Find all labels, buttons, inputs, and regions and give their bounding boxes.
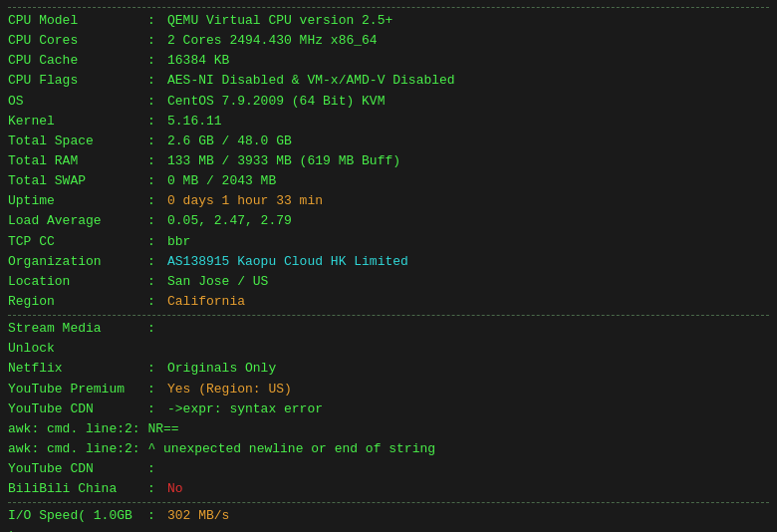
youtube-cdn-row: YouTube CDN : ->expr: syntax error [8, 399, 769, 419]
cpu-cores-row: CPU Cores : 2 Cores 2494.430 MHz x86_64 [8, 31, 769, 51]
youtube-cdn2-label: YouTube CDN [8, 459, 147, 479]
os-label: OS [8, 92, 147, 112]
io1-value: 302 MB/s [167, 506, 769, 532]
org-value: AS138915 Kaopu Cloud HK Limited [167, 252, 769, 272]
cpu-cache-value: 16384 KB [167, 51, 769, 71]
bilibili-row: BiliBili China : No [8, 479, 769, 499]
awk-line1: awk: cmd. line:2: NR== [8, 419, 769, 439]
total-ram-value: 133 MB / 3933 MB (619 MB Buff) [167, 151, 769, 171]
bilibili-label: BiliBili China [8, 479, 147, 499]
youtube-cdn-value: ->expr: syntax error [167, 399, 769, 419]
org-label: Organization [8, 252, 147, 272]
org-row: Organization : AS138915 Kaopu Cloud HK L… [8, 252, 769, 272]
load-avg-row: Load Average : 0.05, 2.47, 2.79 [8, 211, 769, 231]
bilibili-value: No [167, 479, 769, 499]
total-space-label: Total Space [8, 132, 147, 151]
netflix-label: Netflix [8, 359, 147, 379]
cpu-cache-row: CPU Cache : 16384 KB [8, 51, 769, 71]
io-divider-top [8, 502, 769, 503]
os-row: OS : CentOS 7.9.2009 (64 Bit) KVM [8, 92, 769, 112]
terminal-container: CPU Model : QEMU Virtual CPU version 2.5… [8, 7, 769, 532]
load-avg-value: 0.05, 2.47, 2.79 [167, 211, 769, 231]
cpu-flags-value: AES-NI Disabled & VM-x/AMD-V Disabled [167, 71, 769, 91]
kernel-row: Kernel : 5.16.11 [8, 112, 769, 132]
kernel-label: Kernel [8, 112, 147, 132]
cpu-model-label: CPU Model [8, 11, 147, 31]
stream-media-label: Stream Media Unlock [8, 319, 147, 359]
netflix-value: Originals Only [167, 359, 769, 379]
youtube-premium-row: YouTube Premium : Yes (Region: US) [8, 380, 769, 399]
tcp-cc-value: bbr [167, 232, 769, 252]
cpu-model-value: QEMU Virtual CPU version 2.5+ [167, 11, 769, 31]
stream-media-row: Stream Media Unlock : [8, 319, 769, 359]
youtube-premium-value: Yes (Region: US) [167, 380, 769, 399]
total-space-row: Total Space : 2.6 GB / 48.0 GB [8, 132, 769, 151]
cpu-model-row: CPU Model : QEMU Virtual CPU version 2.5… [8, 11, 769, 31]
location-row: Location : San Jose / US [8, 272, 769, 292]
total-swap-label: Total SWAP [8, 171, 147, 191]
media-divider-top [8, 315, 769, 316]
cpu-cores-value: 2 Cores 2494.430 MHz x86_64 [167, 31, 769, 51]
youtube-premium-label: YouTube Premium [8, 380, 147, 399]
load-avg-label: Load Average [8, 211, 147, 231]
youtube-cdn-label: YouTube CDN [8, 399, 147, 419]
youtube-cdn2-row: YouTube CDN : [8, 459, 769, 479]
total-ram-label: Total RAM [8, 151, 147, 171]
region-label: Region [8, 292, 147, 312]
kernel-value: 5.16.11 [167, 112, 769, 132]
netflix-row: Netflix : Originals Only [8, 359, 769, 379]
cpu-flags-row: CPU Flags : AES-NI Disabled & VM-x/AMD-V… [8, 71, 769, 91]
location-value: San Jose / US [167, 272, 769, 292]
cpu-cores-label: CPU Cores [8, 31, 147, 51]
tcp-cc-row: TCP CC : bbr [8, 232, 769, 252]
io1-label: I/O Speed( 1.0GB ) [8, 506, 147, 532]
uptime-label: Uptime [8, 191, 147, 211]
cpu-cache-label: CPU Cache [8, 51, 147, 71]
top-divider [8, 7, 769, 8]
os-value: CentOS 7.9.2009 (64 Bit) KVM [167, 92, 769, 112]
location-label: Location [8, 272, 147, 292]
tcp-cc-label: TCP CC [8, 232, 147, 252]
io1-row: I/O Speed( 1.0GB ) : 302 MB/s [8, 506, 769, 532]
cpu-flags-label: CPU Flags [8, 71, 147, 91]
stream-media-value [167, 319, 769, 359]
region-row: Region : California [8, 292, 769, 312]
region-value: California [167, 292, 769, 312]
total-ram-row: Total RAM : 133 MB / 3933 MB (619 MB Buf… [8, 151, 769, 171]
awk-line2: awk: cmd. line:2: ^ unexpected newline o… [8, 439, 769, 459]
total-swap-row: Total SWAP : 0 MB / 2043 MB [8, 171, 769, 191]
uptime-row: Uptime : 0 days 1 hour 33 min [8, 191, 769, 211]
total-space-value: 2.6 GB / 48.0 GB [167, 132, 769, 151]
total-swap-value: 0 MB / 2043 MB [167, 171, 769, 191]
youtube-cdn2-value [167, 459, 769, 479]
uptime-value: 0 days 1 hour 33 min [167, 191, 769, 211]
